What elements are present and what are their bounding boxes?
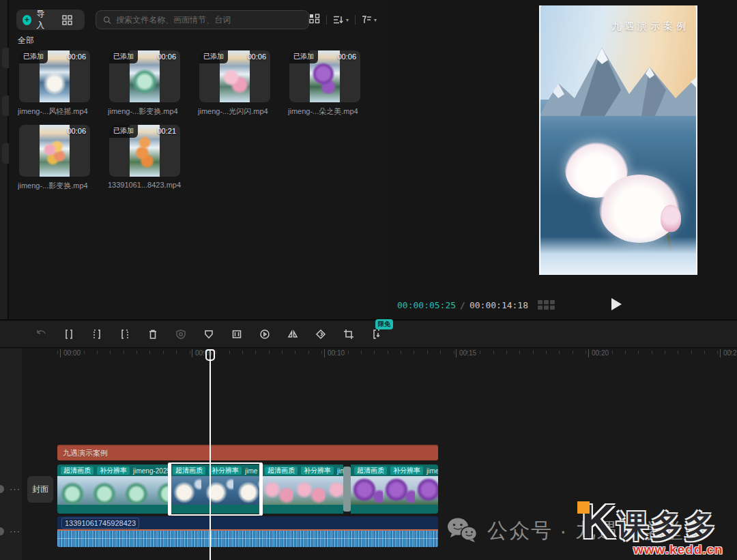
- video-clip[interactable]: 超清画质 补分辨率 jimeng-2025-: [57, 465, 169, 514]
- video-clip-selected[interactable]: 超清画质 补分辨率 jime: [169, 465, 261, 514]
- added-badge: 已添加: [109, 50, 138, 63]
- audio-track-more-icon[interactable]: ···: [10, 526, 20, 536]
- media-library-panel: + 导入 ▾: [0, 0, 386, 319]
- ruler-label: 00:10: [324, 349, 345, 357]
- split-screen-icon[interactable]: [230, 327, 244, 341]
- clip-filmstrip: [261, 476, 343, 505]
- media-duration: 00:06: [337, 53, 356, 61]
- media-card[interactable]: 已添加 00:06: [19, 50, 90, 102]
- added-badge: 已添加: [199, 50, 228, 63]
- resolution-badge: 补分辨率: [390, 467, 423, 475]
- grid-view-icon[interactable]: [309, 13, 320, 27]
- selection-border-right[interactable]: [696, 5, 697, 275]
- audio-waveform: [57, 529, 438, 547]
- media-card[interactable]: 已添加 00:06: [109, 50, 180, 102]
- ruler-label: 00:20: [588, 349, 609, 357]
- play-button[interactable]: [611, 298, 622, 310]
- selection-border-left[interactable]: [539, 5, 540, 275]
- freeze-frame-icon[interactable]: [174, 327, 188, 341]
- clip-filmstrip: [169, 476, 261, 505]
- mask-icon[interactable]: [202, 327, 216, 341]
- preview-panel: 九遇演示案例 00:00:05:25 / 00:00:14:18: [389, 0, 737, 319]
- delete-icon[interactable]: [146, 327, 160, 341]
- ruler-label: 00:15: [456, 349, 476, 357]
- media-duration: 00:06: [67, 127, 86, 135]
- audio-clip-name: 13391061745928423: [61, 518, 139, 529]
- mirror-icon[interactable]: [286, 327, 300, 341]
- preview-canvas[interactable]: 九遇演示案例: [539, 5, 697, 275]
- clip-filmstrip: [351, 476, 438, 505]
- audio-clip[interactable]: 13391061745928423: [57, 516, 438, 547]
- current-timecode: 00:00:05:25: [397, 300, 456, 310]
- playback-controls: 00:00:05:25 / 00:00:14:18: [389, 295, 737, 315]
- clip-filmstrip: [57, 476, 169, 505]
- video-editor-app: + 导入 ▾: [0, 0, 737, 560]
- media-card[interactable]: 已添加 00:21: [109, 125, 180, 177]
- playhead-line[interactable]: [209, 350, 211, 560]
- timecode-separator: /: [460, 300, 465, 310]
- divider: [326, 15, 327, 25]
- plus-icon: +: [23, 15, 31, 25]
- added-badge: 已添加: [289, 50, 318, 63]
- library-view-controls: ▾ ▾: [309, 13, 377, 27]
- top-section: + 导入 ▾: [0, 0, 737, 321]
- media-duration: 00:06: [157, 53, 176, 61]
- clip-name: jimen: [427, 467, 438, 475]
- video-clip[interactable]: 超清画质 补分辨率 jimen: [351, 465, 438, 514]
- sort-menu-icon[interactable]: ▾: [333, 15, 349, 25]
- added-badge: 已添加: [109, 125, 138, 138]
- resolution-badge: 补分辨率: [97, 467, 130, 475]
- import-button[interactable]: + 导入: [16, 10, 85, 30]
- smart-frame-icon[interactable]: 限免: [370, 327, 384, 341]
- media-duration: 00:06: [67, 53, 86, 61]
- edit-toolbar: 限免: [0, 321, 737, 348]
- media-duration: 00:21: [157, 127, 176, 135]
- import-label: 导入: [36, 8, 50, 31]
- media-filename: 13391061...8423.mp4: [108, 181, 190, 189]
- layout-grid-icon[interactable]: [538, 300, 555, 310]
- undo-icon[interactable]: [34, 327, 48, 341]
- split-icon[interactable]: [62, 327, 76, 341]
- search-box[interactable]: [96, 10, 309, 29]
- category-all-tab[interactable]: 全部: [18, 35, 34, 46]
- media-card[interactable]: 已添加 00:06: [199, 50, 270, 102]
- selection-handle-top-right[interactable]: [693, 5, 697, 10]
- split-keep-left-icon[interactable]: [90, 327, 104, 341]
- kedd-logo-k: K: [581, 500, 616, 544]
- ruler-label: 00:25: [720, 349, 737, 357]
- trim-handle-right[interactable]: [259, 462, 263, 516]
- clip-name: jimeng-2025-: [133, 467, 169, 475]
- video-clip[interactable]: 超清画质 补分辨率 jime: [261, 465, 343, 514]
- media-filename: jimeng-...朵之美.mp4: [288, 106, 370, 117]
- quality-badge: 超清画质: [354, 467, 387, 475]
- text-track-clip[interactable]: 九遇演示案例: [57, 445, 438, 460]
- kedd-url-text: www.kedd.cn: [633, 542, 723, 557]
- trim-handle-left[interactable]: [168, 462, 171, 516]
- quality-badge: 超清画质: [61, 467, 93, 475]
- clip-name: jime: [337, 467, 343, 475]
- media-filename: jimeng-...光闪闪.mp4: [198, 106, 280, 117]
- resolution-badge: 补分辨率: [301, 467, 334, 475]
- time-ruler[interactable]: [57, 351, 737, 354]
- selection-handle-top-left[interactable]: [539, 5, 543, 10]
- split-keep-right-icon[interactable]: [118, 327, 132, 341]
- reverse-icon[interactable]: [258, 327, 272, 341]
- quality-badge: 超清画质: [173, 467, 205, 475]
- media-card[interactable]: 00:06: [19, 125, 90, 177]
- library-side-rail: [0, 0, 9, 319]
- rotate-icon[interactable]: [314, 327, 328, 341]
- rail-stub: [2, 143, 9, 164]
- crop-icon[interactable]: [342, 327, 356, 341]
- clip-name: jime: [245, 467, 257, 475]
- timeline-panel: 00:00 00:05 00:10 00:15 00:20 00:25 ··· …: [0, 349, 737, 560]
- playhead-handle[interactable]: [205, 349, 215, 361]
- qr-import-icon[interactable]: [62, 15, 78, 25]
- added-badge: 已添加: [19, 50, 48, 63]
- search-input[interactable]: [116, 15, 302, 25]
- resolution-badge: 补分辨率: [209, 467, 242, 475]
- total-timecode: 00:00:14:18: [469, 300, 528, 310]
- limited-free-badge: 限免: [375, 319, 393, 329]
- transition-marker[interactable]: [343, 467, 351, 512]
- media-card[interactable]: 已添加 00:06: [289, 50, 360, 102]
- filter-menu-icon[interactable]: ▾: [362, 15, 377, 25]
